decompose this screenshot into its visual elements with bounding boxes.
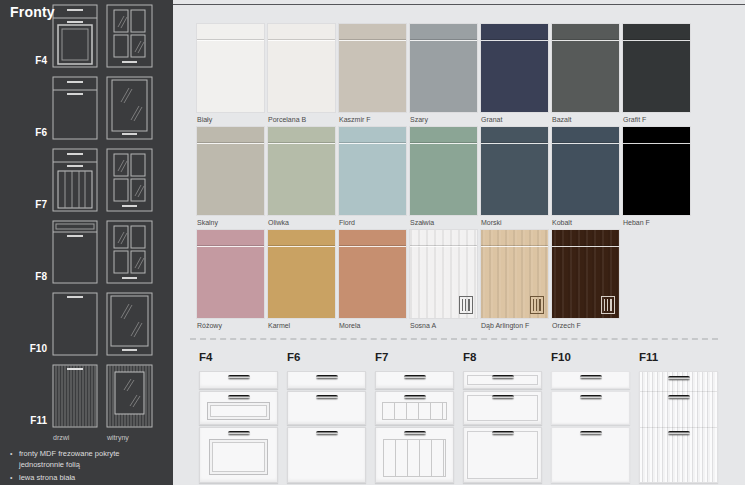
color-swatch: [268, 24, 335, 112]
front-id-label: F4: [0, 55, 47, 66]
drawer: [551, 371, 630, 389]
front-thumbnail-f7: [375, 371, 454, 483]
color-swatch-cell: Biały: [197, 24, 264, 123]
f10-glass-drawing: [106, 292, 153, 356]
color-swatch-cell: Granat: [481, 24, 548, 123]
front-style-label: F10: [551, 351, 630, 363]
color-swatch-label: Granat: [481, 116, 548, 123]
page-title: Fronty: [10, 4, 55, 20]
drawer: [463, 427, 542, 483]
color-swatch: [623, 127, 690, 215]
color-swatch-cell: Sosna A: [410, 230, 477, 329]
color-swatch-cell: Oliwka: [268, 127, 335, 226]
slat-panel: [383, 439, 446, 477]
front-id-label: F7: [0, 199, 47, 210]
handle-icon: [492, 395, 514, 399]
color-swatch: [410, 24, 477, 112]
catalog-page: F4: [0, 0, 750, 491]
sidebar-row-f11: F11: [0, 364, 173, 428]
color-swatch-cell: Bazalt: [552, 24, 619, 123]
color-swatch-cell: Szary: [410, 24, 477, 123]
color-swatch-cell: Morski: [481, 127, 548, 226]
sidebar-row-f8: F8: [0, 220, 173, 284]
handle-icon: [492, 375, 514, 379]
front-column-f6: F6: [287, 351, 366, 483]
drawer: [287, 371, 366, 389]
color-swatch: [481, 24, 548, 112]
handle-icon: [316, 375, 338, 379]
color-swatch: [339, 24, 406, 112]
color-swatch-cell: Kobalt: [552, 127, 619, 226]
color-swatch-cell: Szałwia: [410, 127, 477, 226]
front-column-f7: F7: [375, 351, 454, 483]
front-id-label: F8: [0, 271, 47, 282]
panel-frame: [207, 402, 270, 420]
color-swatch-label: Fiord: [339, 219, 406, 226]
drawing-column-captions: drzwi witryny: [0, 434, 173, 444]
drawer: [463, 391, 542, 425]
front-thumbnail-f6: [287, 371, 366, 483]
color-swatch-cell: Heban F: [623, 127, 690, 226]
inset-frame: [467, 431, 538, 479]
drawer: [199, 371, 278, 389]
f8-glass-drawing: [106, 220, 153, 284]
handle-icon: [316, 431, 338, 435]
note-item: lewa strona biała: [8, 473, 166, 484]
color-swatch-cell: Orzech F: [552, 230, 619, 329]
drawer: [287, 427, 366, 483]
notes-list: fronty MDF frezowane pokryte jednostronn…: [8, 449, 166, 485]
f7-door-drawing: [52, 148, 98, 212]
color-swatch: [552, 230, 619, 318]
wood-grain-icon: [601, 296, 615, 314]
f10-door-drawing: [52, 292, 98, 356]
front-drawings-list: F4: [0, 4, 173, 436]
handle-icon: [316, 395, 338, 399]
color-swatch-label: Morela: [339, 322, 406, 329]
wood-grain-icon: [530, 296, 544, 314]
content-area: F4: [0, 0, 745, 485]
color-swatch-label: Bazalt: [552, 116, 619, 123]
front-column-f4: F4: [199, 351, 278, 483]
handle-icon: [228, 431, 250, 435]
handle-icon: [228, 395, 250, 399]
color-swatch-cell: Skalny: [197, 127, 264, 226]
drawer: [199, 391, 278, 425]
front-style-label: F8: [463, 351, 542, 363]
handle-icon: [580, 431, 602, 435]
handle-icon: [668, 431, 690, 435]
color-swatch-label: Różowy: [197, 322, 264, 329]
color-swatch-cell: Grafit F: [623, 24, 690, 123]
handle-icon: [668, 395, 690, 399]
front-style-label: F7: [375, 351, 454, 363]
note-item: fronty MDF frezowane pokryte jednostronn…: [8, 449, 166, 471]
wood-grain-icon: [459, 296, 473, 314]
color-swatch: [410, 127, 477, 215]
color-swatch-label: Oliwka: [268, 219, 335, 226]
color-swatch: [552, 24, 619, 112]
front-id-label: F11: [0, 415, 47, 426]
color-swatch: [481, 230, 548, 318]
color-swatch-label: Orzech F: [552, 322, 619, 329]
color-swatch-label: Karmel: [268, 322, 335, 329]
handle-icon: [668, 376, 690, 380]
color-swatch-cell: Dąb Arlington F: [481, 230, 548, 329]
drawer: [551, 391, 630, 425]
color-swatch: [339, 230, 406, 318]
drawer: [287, 391, 366, 425]
f8-door-drawing: [52, 220, 98, 284]
front-thumbnail-f8: [463, 371, 542, 483]
color-swatch: [268, 230, 335, 318]
color-swatch-cell: Fiord: [339, 127, 406, 226]
front-thumbnail-f11: [639, 371, 718, 483]
color-swatch-label: Kobalt: [552, 219, 619, 226]
sidebar-row-f7: F7: [0, 148, 173, 212]
color-swatch-cell: Kaszmir F: [339, 24, 406, 123]
f4-door-drawing: [52, 4, 98, 68]
front-style-label: F6: [287, 351, 366, 363]
color-swatch: [197, 230, 264, 318]
drawer: [375, 427, 454, 483]
handle-icon: [492, 431, 514, 435]
f6-door-drawing: [52, 76, 98, 140]
panel-frame: [209, 439, 268, 475]
color-swatch: [623, 24, 690, 112]
